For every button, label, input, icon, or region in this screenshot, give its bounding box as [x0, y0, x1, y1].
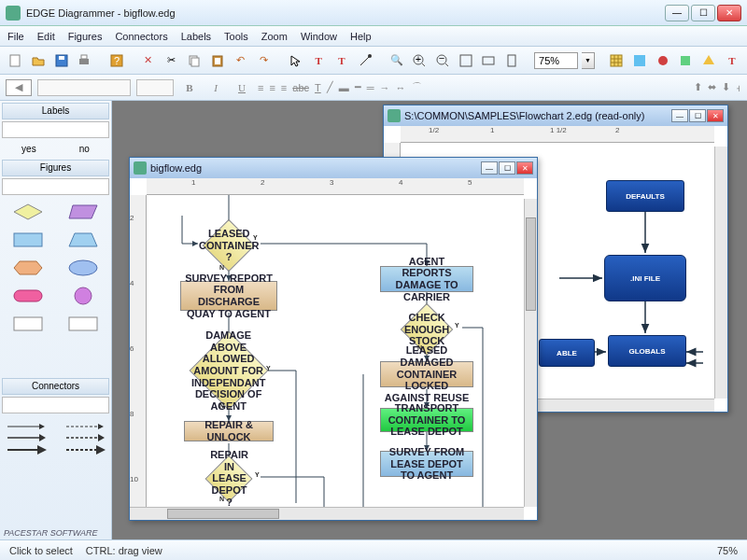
node-agent-reports[interactable]: AGENT REPORTS DAMAGE TO CARRIER: [380, 266, 473, 292]
conn-arrow2-solid[interactable]: [6, 434, 47, 441]
node-globals[interactable]: GLOBALS: [608, 335, 686, 367]
new-icon[interactable]: [6, 50, 25, 71]
arrow1-icon[interactable]: →: [380, 82, 390, 93]
distribute-icon[interactable]: ⫞: [736, 82, 741, 93]
shape-parallelogram[interactable]: [59, 201, 108, 223]
node-survey-lease[interactable]: SURVEY FROM LEASE DEPOT TO AGENT: [380, 451, 473, 477]
align-right-icon[interactable]: ≡: [281, 82, 287, 93]
print-icon[interactable]: [75, 50, 94, 71]
doc-max-button[interactable]: ☐: [499, 161, 515, 175]
align-left-icon[interactable]: ≡: [258, 82, 263, 93]
maximize-button[interactable]: ☐: [691, 5, 715, 21]
shape-roundrect[interactable]: [4, 285, 53, 307]
doc-max-button[interactable]: ☐: [689, 109, 706, 122]
node-survey-report[interactable]: SURVEY REPORT FROM DISCHARGE QUAY TO AGE…: [180, 281, 277, 311]
help-icon[interactable]: ?: [106, 50, 126, 71]
cut-icon[interactable]: ✂: [162, 50, 181, 71]
shape-hexagon[interactable]: [4, 257, 53, 279]
fontsize-select[interactable]: [136, 79, 174, 96]
shape-rect[interactable]: [4, 229, 53, 251]
node-repair-lease[interactable]: REPAIR IN LEASE DEPOT ?: [205, 455, 253, 503]
conn-arrow-dash[interactable]: [64, 423, 106, 430]
label-no[interactable]: no: [79, 144, 90, 154]
tool4-icon[interactable]: T: [722, 50, 741, 71]
scrollbar-vertical[interactable]: [714, 147, 727, 399]
doc-window-bigflow[interactable]: bigflow.edg — ☐ ✕ 1 2 3 4 5 2 4: [129, 157, 538, 521]
zoomin-icon[interactable]: +: [410, 50, 430, 71]
menu-figures[interactable]: Figures: [68, 31, 103, 42]
connectors-dropdown[interactable]: [2, 397, 109, 413]
grid-icon[interactable]: [607, 50, 627, 71]
shape-trapezoid[interactable]: [59, 229, 108, 251]
bold-button[interactable]: B: [179, 82, 200, 93]
conn-arrow-solid[interactable]: [6, 423, 47, 430]
tool1-icon[interactable]: [653, 50, 672, 71]
figures-panel-header[interactable]: Figures: [2, 160, 109, 176]
fillcolor-icon[interactable]: ▬: [339, 82, 349, 93]
labels-panel-header[interactable]: Labels: [2, 103, 109, 119]
conn-arrow3-solid[interactable]: [6, 445, 47, 455]
conn-arrow3-dash[interactable]: [64, 445, 106, 455]
linestyle-icon[interactable]: ━: [355, 81, 361, 93]
shape-rect-outline2[interactable]: [59, 313, 108, 335]
node-transport[interactable]: TRANSPORT CONTAINER TO LEASE DEPOT: [380, 408, 473, 432]
zoompage-icon[interactable]: [502, 50, 522, 71]
scrollbar-horizontal[interactable]: [130, 507, 524, 520]
select-icon[interactable]: [286, 50, 305, 71]
copy-icon[interactable]: [185, 50, 204, 71]
font-select[interactable]: [37, 79, 131, 96]
paste-icon[interactable]: [208, 50, 228, 71]
node-damage-above[interactable]: DAMAGE ABOVE ALLOWED AMOUNT FOR INDEPEND…: [190, 331, 269, 411]
connectors-panel-header[interactable]: Connectors: [2, 378, 109, 395]
shape-rect-outline[interactable]: [4, 313, 53, 335]
curve-icon[interactable]: ⌒: [412, 80, 422, 94]
menu-help[interactable]: Help: [350, 31, 372, 42]
label-dropdown[interactable]: [2, 121, 109, 138]
connect-icon[interactable]: [355, 50, 374, 71]
menu-edit[interactable]: Edit: [37, 31, 55, 42]
arrow2-icon[interactable]: ↔: [396, 82, 406, 93]
align-bot-icon[interactable]: ⬇: [722, 81, 730, 93]
menu-zoom[interactable]: Zoom: [261, 31, 288, 42]
node-able[interactable]: ABLE: [539, 339, 595, 367]
doc-min-button[interactable]: —: [671, 109, 688, 122]
zoomfit-icon[interactable]: [456, 50, 475, 71]
text-icon[interactable]: T: [309, 50, 329, 71]
delete-icon[interactable]: ✕: [139, 50, 159, 71]
node-defaults[interactable]: DEFAULTS: [606, 180, 684, 212]
zoomout-icon[interactable]: −: [433, 50, 453, 71]
align-top-icon[interactable]: ⬆: [694, 81, 702, 93]
menu-window[interactable]: Window: [301, 31, 337, 42]
open-icon[interactable]: [29, 50, 49, 71]
zoomfit2-icon[interactable]: [479, 50, 499, 71]
shape-circle[interactable]: [59, 285, 108, 307]
shape-ellipse[interactable]: [59, 257, 108, 279]
snap-icon[interactable]: [630, 50, 650, 71]
doc-close-button[interactable]: ✕: [707, 109, 724, 122]
node-leased-container[interactable]: LEASED CONTAINER ?: [203, 219, 256, 273]
strike-icon[interactable]: abc: [292, 82, 309, 93]
close-button[interactable]: ✕: [717, 5, 741, 21]
redo-icon[interactable]: ↷: [254, 50, 274, 71]
menu-file[interactable]: File: [7, 31, 24, 42]
zoom-input[interactable]: 75%: [534, 52, 578, 69]
color-back-button[interactable]: ◀: [6, 79, 32, 96]
tool2-icon[interactable]: [676, 50, 696, 71]
label-yes[interactable]: yes: [21, 144, 36, 154]
zoom-dropdown[interactable]: ▼: [582, 52, 594, 69]
italic-button[interactable]: I: [205, 82, 226, 93]
textcolor-icon[interactable]: T: [315, 82, 321, 93]
align-mid-icon[interactable]: ⬌: [708, 81, 716, 93]
node-repair-unlock[interactable]: REPAIR & UNLOCK: [184, 421, 274, 441]
doc-min-button[interactable]: —: [481, 161, 498, 175]
menu-connectors[interactable]: Connectors: [115, 31, 167, 42]
zoom-icon[interactable]: 🔍: [387, 50, 406, 71]
node-leased-locked[interactable]: LEASED DAMAGED CONTAINER LOCKED AGAINST …: [380, 361, 473, 387]
linecolor-icon[interactable]: ╱: [327, 81, 333, 93]
menu-labels[interactable]: Labels: [181, 31, 211, 42]
save-icon[interactable]: [51, 50, 71, 71]
text2-icon[interactable]: T: [332, 50, 352, 71]
doc-close-button[interactable]: ✕: [516, 161, 533, 175]
underline-button[interactable]: U: [232, 82, 252, 93]
lineweight-icon[interactable]: ═: [367, 82, 374, 93]
